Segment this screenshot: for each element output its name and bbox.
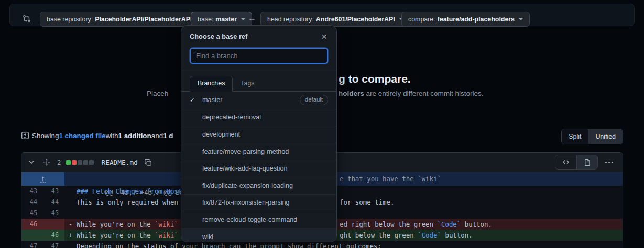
branch-filter <box>181 44 336 71</box>
base-repository-value: PlaceholderAPI/PlaceholderAPI <box>95 16 192 23</box>
base-ref-dropdown: Choose a base ref × BranchesTags ✓master… <box>181 25 337 242</box>
old-line-number: 43 <box>21 186 43 197</box>
close-icon[interactable]: × <box>320 33 328 40</box>
left-arrow-icon: ← <box>248 14 256 23</box>
summary-mid: with <box>106 132 118 140</box>
expand-hunk-button[interactable] <box>21 172 64 186</box>
hunk-header-text: @@ -43,7 +43,7 @@ Before you e that you … <box>64 172 623 186</box>
drag-handle-icon[interactable] <box>41 157 52 167</box>
compare-heading-fragment: g to compare. <box>339 73 411 85</box>
file-name: README.md <box>101 159 137 166</box>
diff-line-text: + While you're on the `wiki` brght below… <box>64 230 623 241</box>
diff-line-text: Depending on the status of your branch c… <box>64 241 623 248</box>
branch-option[interactable]: wiki <box>181 228 336 242</box>
new-line-number: 46 <box>43 230 64 241</box>
split-view-button[interactable]: Split <box>562 129 588 144</box>
branch-name: development <box>202 131 240 138</box>
compare-subtitle-fragment-left: Placeh <box>147 89 168 97</box>
find-branch-input[interactable] <box>190 48 328 64</box>
compare-toolbar: base repository: PlaceholderAPI/Placehol… <box>9 4 635 26</box>
old-line-number <box>21 230 43 241</box>
dropdown-title: Choose a base ref <box>190 32 320 40</box>
summary-deletions-fragment: 1 d <box>163 132 173 140</box>
changed-files-link[interactable]: 1 changed file <box>59 132 105 140</box>
base-repository-label: base repository: <box>47 16 93 23</box>
branch-option[interactable]: ✓masterdefault <box>181 92 336 109</box>
old-line-number: 47 <box>21 241 43 248</box>
expand-up-icon <box>39 175 47 183</box>
diff-text-left-fragment: Depending on the status of your branch c… <box>69 242 381 248</box>
branch-name: wiki <box>202 233 213 241</box>
neutral-square <box>78 160 82 165</box>
diff-line-text: - While you're on the `wiki` bred right … <box>64 219 623 230</box>
new-line-number: 43 <box>43 186 64 197</box>
compare-page: base repository: PlaceholderAPI/Placehol… <box>0 0 644 248</box>
neutral-square <box>89 160 94 165</box>
chevron-down-icon <box>241 18 245 20</box>
file-options-kebab-icon[interactable] <box>605 162 613 163</box>
collapse-file-button[interactable] <box>27 157 36 167</box>
compare-subtitle-fragment-right: holders are entirely different commit hi… <box>339 89 484 97</box>
diff-text-left-fragment: ### Fetch Changes from Upstre <box>69 187 190 195</box>
added-square <box>66 160 71 165</box>
branch-name: feature/wiki-add-faq-question <box>202 165 287 172</box>
branch-list: ✓masterdefaultdeprecated-removaldevelopm… <box>181 92 336 242</box>
new-line-number: 44 <box>43 197 64 208</box>
branch-name: master <box>202 96 223 104</box>
branch-option[interactable]: feature/wiki-add-faq-question <box>181 160 336 177</box>
compare-branch-label: compare: <box>408 16 435 23</box>
diff-view-toggle: Split Unified <box>561 129 623 144</box>
check-icon: ✓ <box>190 96 202 104</box>
branch-option[interactable]: fix/duplicate-expansion-loading <box>181 177 336 194</box>
base-branch-label: base: <box>198 16 213 23</box>
git-compare-icon <box>23 15 31 23</box>
copy-path-icon[interactable] <box>143 157 153 167</box>
file-changes-count: 2 <box>57 159 61 166</box>
new-line-number <box>43 219 64 230</box>
summary-additions: 1 addition <box>118 132 151 140</box>
diff-text-left-fragment: + While you're on the `wiki` br <box>69 231 190 239</box>
head-repository-label: head repository: <box>267 16 314 23</box>
branch-option[interactable]: deprecated-removal <box>181 109 336 126</box>
text-caret <box>195 51 195 60</box>
default-badge: default <box>300 95 328 105</box>
tab-tags[interactable]: Tags <box>233 76 262 91</box>
branch-name: deprecated-removal <box>202 114 261 121</box>
file-diff-icon <box>21 131 29 140</box>
branch-option[interactable]: remove-ecloud-toggle-command <box>181 211 336 228</box>
base-branch-select[interactable]: base: master <box>191 12 252 27</box>
subtitle-bold-part: holders <box>339 89 364 97</box>
rich-view-button[interactable] <box>576 155 597 169</box>
neutral-square <box>83 160 88 165</box>
branch-name: fix/duplicate-expansion-loading <box>202 182 293 189</box>
source-view-button[interactable] <box>555 155 576 169</box>
branch-option[interactable]: development <box>181 126 336 143</box>
branch-name: fix/872-fix-inxonsisten-parsing <box>202 199 290 206</box>
base-repository-select[interactable]: base repository: PlaceholderAPI/Placehol… <box>40 12 207 27</box>
subtitle-rest: are entirely different commit histories. <box>364 89 484 97</box>
summary-prefix: Showing <box>32 132 59 140</box>
chevron-down-icon <box>519 18 523 20</box>
old-line-number: 44 <box>21 197 43 208</box>
old-line-number: 45 <box>21 208 43 219</box>
diff-text-right-fragment: for some time. <box>340 197 394 208</box>
head-repository-value: Andre601/PlaceholderAPI <box>316 16 395 23</box>
diff-text-right-fragment: ed right below the green `Code` button. <box>340 219 492 230</box>
diff-text-left-fragment: This is only required when yo <box>69 198 190 206</box>
branch-option[interactable]: fix/872-fix-inxonsisten-parsing <box>181 194 336 211</box>
branch-name: remove-ecloud-toggle-command <box>202 216 297 223</box>
diff-text-right-fragment: ght below the green `Code` button. <box>340 230 473 241</box>
head-repository-select[interactable]: head repository: Andre601/PlaceholderAPI <box>260 12 410 27</box>
diffstat-squares <box>66 160 94 165</box>
summary-and: and <box>151 132 163 140</box>
unified-view-button[interactable]: Unified <box>588 129 623 144</box>
base-branch-value: master <box>215 16 237 23</box>
compare-branch-select[interactable]: compare: feature/add-placeholders <box>401 12 530 27</box>
new-line-number: 47 <box>43 241 64 248</box>
new-line-number: 45 <box>43 208 64 219</box>
diff-text-left-fragment: - While you're on the `wiki` br <box>69 220 190 228</box>
diff-line-text: This is only required when yofor some ti… <box>64 197 623 208</box>
removed-square <box>72 160 77 165</box>
tab-branches[interactable]: Branches <box>190 76 233 92</box>
branch-option[interactable]: feature/move-parsing-method <box>181 143 336 160</box>
